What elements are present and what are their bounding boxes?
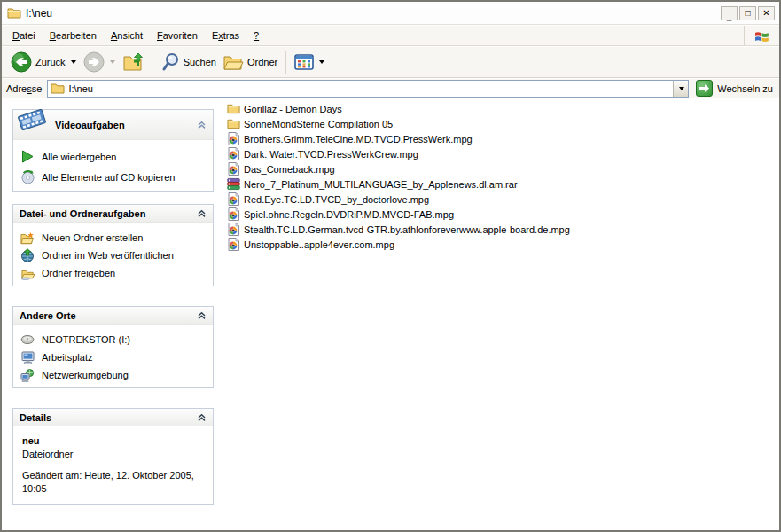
address-value: I:\neu — [68, 83, 93, 94]
folder-icon — [7, 7, 21, 19]
views-icon — [294, 54, 314, 70]
panel-video-header[interactable]: Videoaufgaben — [13, 110, 213, 140]
task-share-folder[interactable]: Ordner freigeben — [20, 264, 206, 282]
panel-file-tasks: Datei- und Ordneraufgaben Neuen Ordner e… — [12, 204, 214, 286]
minimize-button[interactable]: _ — [721, 6, 738, 20]
window-title: I:\neu — [26, 7, 52, 20]
chevron-up-icon — [197, 310, 207, 320]
task-publish-folder[interactable]: Ordner im Web veröffentlichen — [20, 246, 206, 264]
menu-item-ansicht[interactable]: Ansicht — [104, 27, 150, 43]
file-name: Brothers.Grimm.TeleCine.MD.TVCD.PressWer… — [244, 134, 473, 145]
task-label: Alle wiedergeben — [42, 152, 116, 162]
menu-item-extras[interactable]: Extras — [205, 27, 246, 43]
media-file-icon — [226, 147, 240, 160]
file-row-video[interactable]: Das_Comeback.mpg — [226, 161, 570, 176]
close-button[interactable]: ✕ — [758, 6, 775, 20]
file-row-video[interactable]: Stealth.TC.LD.German.tvcd-GTR.by.athlonf… — [226, 222, 570, 237]
address-input[interactable]: I:\neu — [47, 80, 689, 98]
folders-label: Ordner — [247, 57, 277, 67]
media-file-icon — [226, 238, 240, 251]
place-label: Arbeitsplatz — [42, 352, 92, 363]
menu-item-datei[interactable]: Datei — [5, 27, 43, 43]
panel-file-tasks-header[interactable]: Datei- und Ordneraufgaben — [13, 205, 213, 223]
back-label: Zurück — [35, 57, 66, 67]
panel-video-tasks: Videoaufgaben Alle wiedergeben Alle Elem — [12, 109, 214, 192]
file-row-video[interactable]: Brothers.Grimm.TeleCine.MD.TVCD.PressWer… — [226, 131, 570, 146]
menu-item-favoriten[interactable]: Favoriten — [150, 27, 205, 43]
menu-label: earbeiten — [56, 30, 97, 41]
media-file-icon — [226, 162, 240, 176]
explorer-content: Videoaufgaben Alle wiedergeben Alle Elem — [2, 99, 779, 530]
file-row-folder[interactable]: SonneMondSterne Compilation 05 — [226, 116, 570, 131]
menu-item-help[interactable]: ? — [246, 27, 266, 43]
media-file-icon — [226, 132, 240, 145]
panel-title: Andere Orte — [20, 310, 76, 321]
up-button[interactable] — [119, 51, 147, 74]
go-button[interactable]: Wechseln zu — [696, 80, 775, 97]
file-row-video[interactable]: Spiel.ohne.Regeln.DVDRiP.MD.MVCD-FAB.mpg — [226, 207, 570, 222]
cd-copy-icon — [20, 170, 35, 184]
maximize-glyph: □ — [745, 9, 750, 18]
file-name: Red.Eye.TC.LD.TVCD_by_doctorlove.mpg — [244, 194, 429, 205]
folders-button[interactable]: Ordner — [220, 51, 281, 73]
task-play-all[interactable]: Alle wiedergeben — [20, 146, 206, 167]
media-file-icon — [226, 223, 240, 236]
go-arrow-icon — [696, 80, 713, 97]
views-button[interactable] — [291, 52, 328, 72]
go-label: Wechseln zu — [717, 83, 773, 94]
panel-title: Videoaufgaben — [55, 120, 125, 130]
menu-label: nsicht — [117, 30, 143, 41]
place-neotrekstor-drive[interactable]: NEOTREKSTOR (I:) — [20, 331, 206, 348]
chevron-up-icon — [197, 208, 207, 218]
panel-title: Details — [20, 412, 51, 423]
file-row-video[interactable]: Dark. Water.TVCD.PressWerkCrew.mpg — [226, 146, 570, 161]
folder-icon — [51, 82, 65, 94]
task-new-folder[interactable]: Neuen Ordner erstellen — [20, 229, 206, 246]
search-icon — [160, 52, 180, 72]
search-button[interactable]: Suchen — [157, 51, 220, 74]
forward-icon — [83, 51, 105, 73]
address-label-text: se — [32, 83, 43, 94]
panel-details-header[interactable]: Details — [13, 409, 213, 426]
computer-icon — [20, 351, 35, 364]
file-name: Gorillaz - Demon Days — [244, 104, 342, 114]
folder-up-icon — [122, 52, 144, 72]
chevron-up-icon — [197, 412, 207, 422]
chevron-down-icon — [679, 87, 684, 90]
task-label: Alle Elemente auf CD kopieren — [42, 172, 175, 183]
file-name: Nero_7_Platinum_MULTILANGUAGE_by_Applene… — [244, 179, 518, 190]
menu-hotkey: B — [50, 30, 56, 41]
panel-details: Details neu Dateiordner Geändert am: Heu… — [12, 408, 214, 505]
folder-icon — [226, 103, 240, 114]
task-copy-all-to-cd[interactable]: Alle Elemente auf CD kopieren — [20, 167, 206, 187]
place-arbeitsplatz[interactable]: Arbeitsplatz — [20, 348, 206, 366]
menu-item-bearbeiten[interactable]: Bearbeiten — [43, 27, 104, 43]
details-folder-type: Dateiordner — [22, 448, 204, 461]
back-dropdown-caret — [71, 60, 76, 64]
details-folder-name: neu — [22, 434, 204, 448]
file-row-archive[interactable]: Nero_7_Platinum_MULTILANGUAGE_by_Applene… — [226, 176, 570, 192]
address-label: Adresse — [6, 83, 42, 94]
menu-hotkey: ? — [254, 30, 259, 41]
file-row-folder[interactable]: Gorillaz - Demon Days — [226, 101, 570, 116]
menu-label: atei — [20, 30, 35, 41]
media-file-icon — [226, 207, 240, 221]
address-dropdown-button[interactable] — [673, 81, 688, 97]
back-button[interactable]: Zurück — [7, 50, 80, 74]
share-folder-icon — [20, 267, 35, 280]
place-netzwerkumgebung[interactable]: Netzwerkumgebung — [20, 366, 206, 384]
file-name: Stealth.TC.LD.German.tvcd-GTR.by.athlonf… — [244, 224, 570, 235]
minimize-glyph: _ — [727, 12, 732, 21]
title-bar[interactable]: I:\neu _ □ ✕ — [2, 2, 779, 25]
maximize-button[interactable]: □ — [739, 6, 756, 20]
menu-hotkey: F — [157, 30, 163, 41]
media-file-icon — [226, 192, 240, 206]
file-list: Gorillaz - Demon Days SonneMondSterne Co… — [226, 101, 570, 252]
file-row-video[interactable]: Unstoppable..apple4ever.com.mpg — [226, 237, 570, 252]
forward-button[interactable] — [80, 50, 119, 74]
panel-other-places-header[interactable]: Andere Orte — [13, 307, 213, 325]
back-icon — [11, 51, 32, 73]
file-name: Spiel.ohne.Regeln.DVDRiP.MD.MVCD-FAB.mpg — [244, 209, 454, 220]
file-row-video[interactable]: Red.Eye.TC.LD.TVCD_by_doctorlove.mpg — [226, 192, 570, 207]
menu-hotkey: D — [12, 30, 20, 41]
